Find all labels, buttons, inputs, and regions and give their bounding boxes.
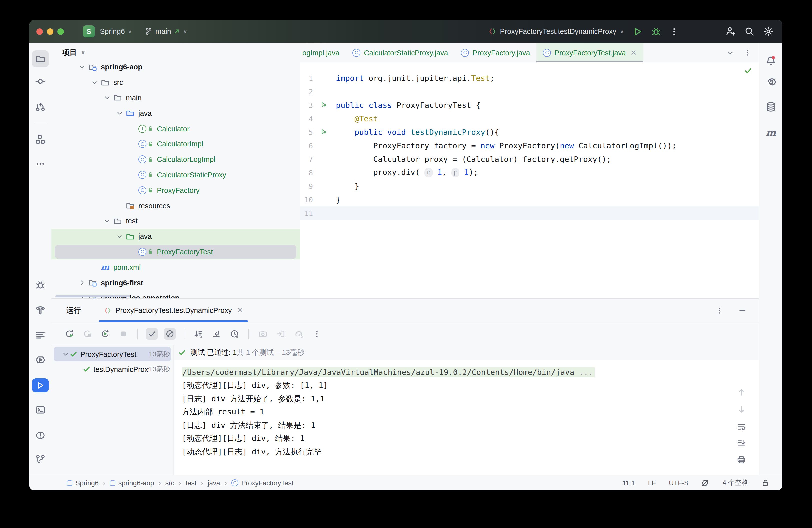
breadcrumb-item[interactable]: Spring6 (67, 479, 99, 487)
chevron-down-icon[interactable] (88, 79, 101, 86)
code-editor[interactable]: 1import org.junit.jupiter.api.Test;23pub… (300, 62, 759, 298)
minimize-window-button[interactable] (47, 28, 54, 35)
soft-wrap-icon[interactable] (737, 423, 746, 431)
show-statistics-button[interactable] (293, 328, 305, 340)
tree-item-java[interactable]: java (52, 106, 300, 121)
rerun-button[interactable] (63, 328, 75, 340)
tree-item-proxyfactorytest[interactable]: CProxyFactoryTest (52, 244, 300, 260)
tree-item-proxyfactory[interactable]: CProxyFactory (52, 183, 300, 198)
show-passed-button[interactable] (146, 328, 158, 340)
tree-item-resources[interactable]: resources (52, 198, 300, 214)
encoding-widget[interactable]: UTF-8 (669, 479, 688, 487)
tree-horizontal-scrollbar[interactable] (56, 295, 130, 297)
tree-item-spring6-aop[interactable]: spring6-aop (52, 62, 300, 75)
pull-requests-tool-button[interactable] (35, 102, 45, 112)
more-vertical-button[interactable] (311, 328, 323, 340)
notifications-button[interactable] (766, 56, 776, 66)
tree-item-calculator[interactable]: ICalculator (52, 121, 300, 136)
breadcrumb-item[interactable]: spring6-aop (110, 479, 154, 487)
project-panel-header[interactable]: 项目 ∨ (52, 43, 300, 62)
line-ending-widget[interactable]: LF (648, 479, 656, 487)
chevron-down-icon[interactable] (61, 351, 70, 357)
indent-widget[interactable]: 4 个空格 (723, 479, 749, 487)
more-tool-windows-button[interactable] (36, 160, 45, 168)
chevron-right-icon[interactable] (76, 279, 88, 286)
print-icon[interactable] (737, 455, 746, 465)
vcs-branch-widget[interactable]: main ∨ (145, 28, 187, 35)
sort-by-duration-button[interactable] (229, 328, 241, 340)
editor-tab[interactable]: CProxyFactory.java (455, 43, 537, 62)
project-tool-button[interactable] (32, 50, 49, 68)
maven-button[interactable]: m (766, 127, 776, 138)
run-button[interactable] (633, 27, 642, 36)
tree-item-calculatorstaticproxy[interactable]: CCalculatorStaticProxy (52, 167, 300, 183)
hide-panel-icon[interactable] (739, 307, 746, 314)
todo-tool-button[interactable] (35, 330, 45, 340)
project-widget[interactable]: Spring6 ∨ (100, 28, 132, 35)
unlock-icon[interactable] (762, 479, 769, 487)
commit-tool-button[interactable] (35, 76, 45, 87)
rerun-failed-button[interactable] (82, 328, 93, 340)
editor-tab[interactable]: CCalculatorStaticProxy.java (346, 43, 454, 62)
caret-position-widget[interactable]: 11:1 (623, 479, 635, 487)
inspection-status-icon[interactable] (744, 67, 753, 75)
run-configuration-selector[interactable]: ProxyFactoryTest.testDynamicProxy ∨ (489, 28, 624, 35)
close-window-button[interactable] (37, 28, 43, 35)
tree-item-calculatorlogimpl[interactable]: CCalculatorLogImpl (52, 152, 300, 167)
debug-button[interactable] (652, 27, 661, 36)
run-test-gutter-icon[interactable] (313, 129, 336, 136)
prev-occurrence-icon[interactable] (737, 388, 746, 397)
tree-item-src[interactable]: src (52, 75, 300, 90)
tree-item-java[interactable]: java (52, 229, 300, 245)
editor-tab[interactable]: CProxyFactoryTest.java✕ (537, 43, 643, 62)
test-tree-item[interactable]: ProxyFactoryTest13毫秒 (54, 347, 171, 362)
run-panel-tab[interactable]: ProxyFactoryTest.testDynamicProxy ✕ (101, 299, 246, 322)
stop-button[interactable] (117, 328, 130, 340)
chevron-down-icon[interactable] (76, 64, 88, 71)
sort-alphabetically-button[interactable] (192, 328, 204, 340)
breadcrumb-item[interactable]: src (165, 479, 174, 487)
chevron-down-icon[interactable] (101, 218, 114, 224)
editor-options-kebab-icon[interactable] (744, 49, 752, 57)
database-button[interactable] (766, 102, 776, 112)
zoom-window-button[interactable] (58, 28, 64, 35)
ai-assistant-button[interactable] (766, 76, 776, 87)
tree-item-spring6-first[interactable]: spring6-first (52, 275, 300, 291)
console-output[interactable]: /Users/codermast/Library/Java/JavaVirtua… (174, 360, 759, 476)
run-panel-options-kebab-icon[interactable] (716, 307, 724, 314)
window-controls[interactable] (37, 28, 64, 35)
build-tool-button[interactable] (35, 305, 45, 315)
terminal-tool-button[interactable] (35, 405, 45, 415)
services-tool-button[interactable] (35, 355, 46, 365)
rerun-auto-button[interactable] (100, 328, 112, 340)
more-actions-button[interactable] (670, 27, 679, 36)
editor-tab[interactable]: ogImpl.java (300, 43, 346, 62)
run-tool-button[interactable] (32, 379, 49, 393)
navigate-single-click-button[interactable] (211, 328, 222, 340)
breadcrumb-item[interactable]: CProxyFactoryTest (232, 479, 294, 487)
next-occurrence-icon[interactable] (737, 405, 746, 414)
console-ellipsis[interactable]: ... (575, 368, 593, 377)
chevron-down-icon[interactable] (114, 233, 126, 240)
settings-button[interactable] (764, 27, 773, 36)
highlighting-level-icon[interactable] (701, 479, 710, 487)
breadcrumb-item[interactable]: java (208, 479, 220, 487)
search-everywhere-button[interactable] (744, 27, 754, 36)
snapshot-camera-button[interactable] (257, 328, 269, 340)
test-tree-item[interactable]: testDynamicProxy13毫秒 (54, 362, 171, 377)
code-with-me-button[interactable] (725, 27, 736, 36)
close-icon[interactable]: ✕ (237, 306, 243, 315)
debug-tool-button[interactable] (35, 280, 45, 290)
show-ignored-button[interactable] (164, 328, 176, 340)
breadcrumb-item[interactable]: test (186, 479, 197, 487)
tree-item-test[interactable]: test (52, 214, 300, 229)
scroll-to-end-icon[interactable] (737, 439, 746, 448)
import-test-results-button[interactable] (275, 328, 287, 340)
problems-tool-button[interactable] (35, 431, 46, 440)
chevron-down-icon[interactable] (114, 110, 126, 117)
chevron-down-icon[interactable] (101, 95, 114, 101)
tree-item-pom.xml[interactable]: mpom.xml (52, 260, 300, 275)
close-icon[interactable]: ✕ (630, 48, 637, 57)
version-control-tool-button[interactable] (35, 455, 45, 465)
tree-item-main[interactable]: main (52, 90, 300, 106)
